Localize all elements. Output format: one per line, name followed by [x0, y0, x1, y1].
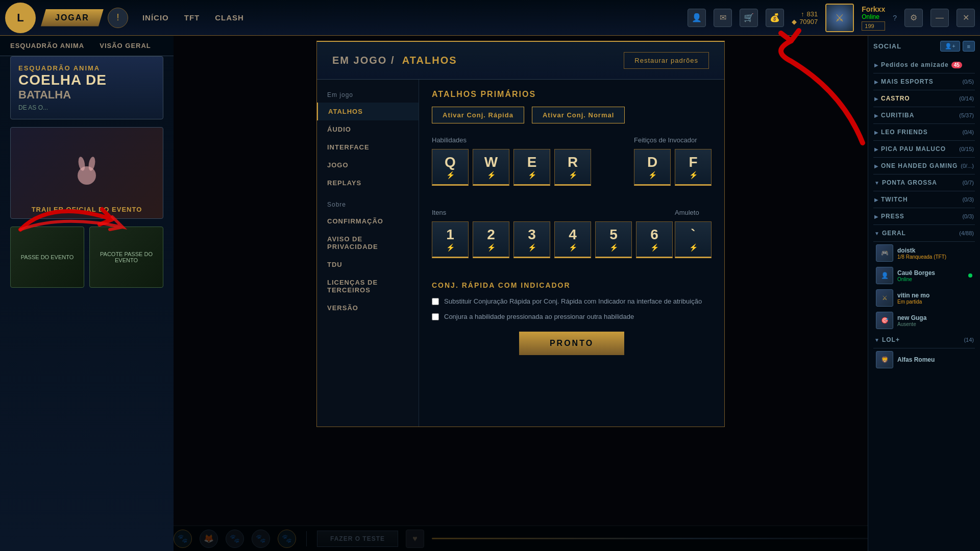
- key-e[interactable]: E ⚡: [513, 149, 550, 186]
- currency-icon[interactable]: 💰: [766, 9, 784, 27]
- nav-licencas[interactable]: LICENÇAS DE TERCEIROS: [317, 273, 419, 299]
- activate-normal-cast-btn[interactable]: Ativar Conj. Normal: [532, 107, 625, 123]
- mail-icon[interactable]: ✉: [714, 9, 732, 27]
- event-card-passe[interactable]: PASSE DO EVENTO: [10, 227, 84, 288]
- group-one-handed-name: ONE HANDED GAMING: [881, 162, 958, 169]
- nav-tft[interactable]: TFT: [184, 13, 200, 22]
- friend-doistk[interactable]: 🎮 doistk 1/8 Ranqueada (TFT): [873, 242, 975, 264]
- profile-icon[interactable]: 👤: [688, 9, 706, 27]
- quick-cast-checkbox-2[interactable]: [432, 313, 439, 320]
- spells-section: Feitiços de Invocador D ⚡ F ⚡: [634, 136, 712, 186]
- nav-atalhos[interactable]: ATALHOS: [317, 103, 419, 120]
- friend-guga-name: new Guga: [897, 314, 972, 321]
- items-section: Itens 1 ⚡ 2 ⚡ 3: [432, 209, 673, 258]
- chevron-icon-9: ▼: [874, 231, 879, 236]
- friend-alfas[interactable]: 🦁 Alfas Romeu: [873, 348, 975, 371]
- profile-status: Online: [862, 13, 885, 20]
- event-card-pacote[interactable]: PACOTE PASSE DO EVENTO: [89, 227, 163, 288]
- nav-privacidade[interactable]: AVISO DE PRIVACIDADE: [317, 230, 419, 256]
- nav-clash[interactable]: CLASH: [215, 13, 244, 22]
- league-logo[interactable]: L: [5, 3, 36, 33]
- friend-alfas-name: Alfas Romeu: [897, 356, 972, 363]
- abilities-spells-row: Habilidades Q ⚡ W ⚡ E: [432, 136, 712, 198]
- nav-confirmacao[interactable]: CONFIRMAÇÃO: [317, 212, 419, 230]
- group-curitiba-header[interactable]: ▶ CURITIBA (5/37): [873, 110, 975, 121]
- key-3[interactable]: 3 ⚡: [513, 221, 550, 258]
- bunny-icon: [66, 153, 107, 193]
- group-curitiba: ▶ CURITIBA (5/37): [873, 107, 975, 124]
- nav-replays[interactable]: REPLAYS: [317, 174, 419, 192]
- nav-inicio[interactable]: INÍCIO: [142, 13, 169, 22]
- friend-vitin[interactable]: ⚔ vitin ne mo Em partida: [873, 287, 975, 309]
- social-header: SOCIAL 👤+ ≡: [873, 41, 975, 52]
- nav-section-em-jogo: Em jogo: [317, 87, 419, 103]
- group-pica-pau-header[interactable]: ▶ PICA PAU MALUCO (0/15): [873, 143, 975, 155]
- key-6[interactable]: 6 ⚡: [636, 221, 673, 258]
- pronto-button[interactable]: PRONTO: [519, 332, 624, 355]
- key-d[interactable]: D ⚡: [634, 149, 671, 186]
- checkbox-row-1: Substituir Conjuração Rápida por Conj. R…: [432, 297, 712, 306]
- alert-icon[interactable]: !: [108, 8, 128, 28]
- activate-quick-cast-btn[interactable]: Ativar Conj. Rápida: [432, 107, 524, 123]
- subnav-visao[interactable]: VISÃO GERAL: [100, 42, 151, 49]
- settings-nav-panel: Em jogo ATALHOS ÁUDIO INTERFACE JOGO REP…: [317, 80, 419, 427]
- friend-caue[interactable]: 👤 Cauê Borges Online: [873, 264, 975, 287]
- nav-right: 👤 ✉ 🛒 💰 ↑ 831 ◆ 70907 ⚔ Forkxx Online 19…: [688, 4, 975, 32]
- nav-jogo[interactable]: JOGO: [317, 156, 419, 174]
- key-backtick[interactable]: ` ⚡: [675, 221, 712, 258]
- key-r[interactable]: R ⚡: [554, 149, 591, 186]
- group-leo-friends-header[interactable]: ▶ LEO FRIENDS (0/4): [873, 127, 975, 138]
- group-one-handed-header[interactable]: ▶ ONE HANDED GAMING (0/...): [873, 160, 975, 171]
- group-one-handed: ▶ ONE HANDED GAMING (0/...): [873, 158, 975, 174]
- key-backtick-letter: `: [691, 228, 695, 242]
- key-q-letter: Q: [445, 155, 456, 169]
- nav-interface[interactable]: INTERFACE: [317, 138, 419, 156]
- close-icon[interactable]: ✕: [957, 9, 975, 27]
- group-lolplus-header[interactable]: ▼ LOL+ (14): [873, 334, 975, 345]
- friend-guga-avatar: 🎯: [876, 312, 893, 329]
- restore-defaults-button[interactable]: Restaurar padrões: [624, 52, 709, 69]
- play-button[interactable]: JOGAR: [41, 9, 104, 27]
- checkbox-row-2: Conjura a habilidade pressionada ao pres…: [432, 312, 712, 321]
- chevron-right-icon: ▶: [874, 62, 878, 68]
- group-leo-friends-name: LEO FRIENDS: [881, 129, 928, 136]
- key-w[interactable]: W ⚡: [473, 149, 509, 186]
- group-geral-header[interactable]: ▼ GERAL (4/88): [873, 228, 975, 239]
- friend-list-button[interactable]: ≡: [963, 41, 975, 52]
- key-e-letter: E: [527, 155, 537, 169]
- friend-requests-header[interactable]: ▶ Pedidos de amizade 45: [873, 59, 975, 70]
- friend-guga[interactable]: 🎯 new Guga Ausente: [873, 309, 975, 332]
- group-castro-header[interactable]: ▶ CASTRO (0/14): [873, 93, 975, 104]
- modal-overlay: EM JOGO / ATALHOS Restaurar padrões Em j…: [174, 36, 868, 551]
- nav-tdu[interactable]: TDU: [317, 256, 419, 273]
- subnav-squadrao[interactable]: ESQUADRÃO ANIMA: [10, 42, 84, 49]
- group-press-header[interactable]: ▶ PRESS (0/3): [873, 211, 975, 222]
- settings-modal: EM JOGO / ATALHOS Restaurar padrões Em j…: [316, 41, 725, 427]
- group-pica-pau: ▶ PICA PAU MALUCO (0/15): [873, 141, 975, 158]
- nav-versao[interactable]: VERSÃO: [317, 299, 419, 317]
- group-mais-esports-header[interactable]: ▶ MAIS ESPORTS (0/5): [873, 76, 975, 87]
- help-icon[interactable]: ?: [893, 14, 897, 22]
- key-5[interactable]: 5 ⚡: [595, 221, 632, 258]
- event-image[interactable]: TRAILER OFICIAL DO EVENTO: [10, 127, 163, 219]
- key-f[interactable]: F ⚡: [675, 149, 712, 186]
- group-twitch-header[interactable]: ▶ TWITCH (0/3): [873, 194, 975, 205]
- key-4[interactable]: 4 ⚡: [554, 221, 591, 258]
- key-q[interactable]: Q ⚡: [432, 149, 469, 186]
- quick-cast-checkbox-1[interactable]: [432, 298, 439, 305]
- friend-vitin-info: vitin ne mo Em partida: [897, 292, 972, 305]
- add-friend-button[interactable]: 👤+: [940, 41, 960, 52]
- nav-audio[interactable]: ÁUDIO: [317, 120, 419, 138]
- settings-icon[interactable]: ⚙: [904, 9, 923, 27]
- key-2[interactable]: 2 ⚡: [473, 221, 509, 258]
- store-icon[interactable]: 🛒: [740, 9, 758, 27]
- friend-caue-online-dot: [968, 273, 972, 278]
- key-6-flash: ⚡: [650, 243, 659, 252]
- profile-level: 199: [862, 21, 885, 31]
- key-1[interactable]: 1 ⚡: [432, 221, 469, 258]
- key-4-letter: 4: [569, 228, 577, 242]
- group-ponta-grossa-header[interactable]: ▼ PONTA GROSSA (0/7): [873, 177, 975, 188]
- profile-avatar[interactable]: ⚔: [825, 4, 854, 32]
- minimize-icon[interactable]: —: [930, 9, 949, 27]
- group-mais-esports: ▶ MAIS ESPORTS (0/5): [873, 73, 975, 90]
